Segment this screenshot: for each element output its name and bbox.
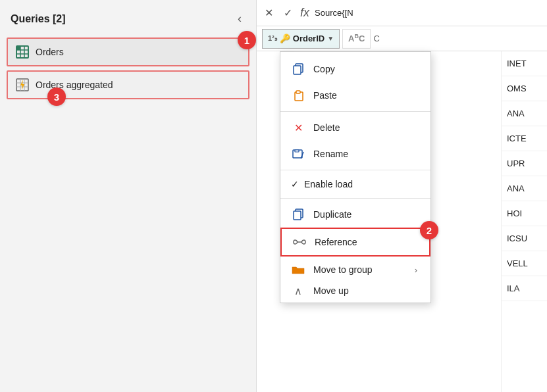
fx-label: fx [300, 6, 309, 20]
folder-icon [291, 262, 305, 277]
paste-icon [291, 88, 305, 103]
move-up-label: Move up [313, 285, 349, 296]
menu-item-delete[interactable]: ✕ Delete [280, 114, 430, 141]
context-menu: Copy Paste ✕ Delete [280, 51, 431, 303]
data-cell-4: UPR [502, 151, 547, 176]
submenu-arrow: › [415, 265, 417, 275]
data-cell-9: ILA [502, 276, 547, 301]
separator-3 [280, 198, 430, 199]
svg-rect-13 [294, 66, 301, 74]
duplicate-label: Duplicate [313, 209, 352, 220]
move-to-group-label: Move to group [313, 264, 373, 275]
menu-item-copy[interactable]: Copy [280, 56, 430, 82]
col-name: OrderID [293, 34, 325, 43]
query-label-orders-agg: Orders aggregated [36, 80, 113, 90]
cancel-formula-button[interactable]: ✕ [262, 5, 276, 20]
column-header-bar: 1²₃ 🔑 OrderID ▼ ABC C [257, 26, 547, 51]
badge-2: 2 [420, 221, 438, 239]
rename-icon [291, 147, 305, 161]
data-column: INET OMS ANA ICTE UPR ANA HOI ICSU VELL … [501, 51, 547, 392]
query-label-orders: Orders [36, 47, 64, 57]
data-cell-2: ANA [502, 101, 547, 126]
separator-2 [280, 170, 430, 170]
data-cell-7: ICSU [502, 226, 547, 251]
badge-1: 1 [238, 31, 256, 49]
data-cell-3: ICTE [502, 126, 547, 151]
query-item-orders[interactable]: 1 Orders [7, 37, 249, 66]
collapse-button[interactable]: ‹ [234, 11, 246, 27]
queries-title: Queries [2] [11, 13, 66, 25]
separator-1 [280, 111, 430, 112]
column-header-abc[interactable]: ABC [342, 29, 371, 49]
orders-agg-table-icon [14, 77, 30, 93]
copy-icon [291, 62, 305, 76]
delete-label: Delete [313, 122, 340, 133]
reference-icon [292, 235, 307, 249]
menu-item-paste[interactable]: Paste [280, 82, 430, 109]
menu-item-move-to-group[interactable]: Move to group › [280, 257, 430, 283]
confirm-formula-button[interactable]: ✓ [281, 5, 295, 20]
delete-icon: ✕ [291, 120, 305, 135]
rename-label: Rename [313, 149, 348, 159]
menu-item-rename[interactable]: Rename [280, 141, 430, 167]
orders-table-icon [14, 44, 30, 60]
duplicate-icon [291, 207, 305, 222]
col-abc-label: ABC [348, 33, 365, 43]
reference-label: Reference [315, 237, 357, 247]
formula-input[interactable] [315, 8, 542, 18]
paste-label: Paste [313, 90, 337, 101]
menu-item-move-up[interactable]: ∧ Move up [280, 283, 430, 299]
svg-rect-20 [294, 211, 301, 220]
data-cell-8: VELL [502, 251, 547, 276]
query-item-orders-aggregated[interactable]: 3 Orders aggregated [7, 70, 249, 99]
svg-rect-15 [296, 91, 300, 93]
badge-3: 3 [47, 87, 66, 106]
left-panel: Queries [2] ‹ 1 Orders [0, 0, 257, 392]
col-type-icon: 1²₃ [268, 34, 277, 43]
data-cell-0: INET [502, 51, 547, 76]
data-cell-5: ANA [502, 176, 547, 201]
menu-item-enable-load[interactable]: ✓ Enable load [280, 173, 430, 195]
queries-header: Queries [2] ‹ [0, 0, 256, 35]
right-panel: ✕ ✓ fx 1²₃ 🔑 OrderID ▼ ABC C INET OMS AN… [257, 0, 547, 392]
col-key-icon: 🔑 [280, 34, 290, 43]
menu-item-duplicate[interactable]: Duplicate [280, 201, 430, 228]
enable-load-label: Enable load [304, 179, 353, 189]
checkmark-icon: ✓ [291, 179, 299, 189]
move-up-icon: ∧ [291, 283, 305, 298]
column-header-orderid[interactable]: 1²₃ 🔑 OrderID ▼ [262, 29, 340, 49]
svg-rect-5 [16, 46, 20, 50]
svg-rect-17 [295, 150, 299, 152]
menu-item-reference[interactable]: 2 Reference [280, 228, 430, 257]
copy-label: Copy [313, 64, 335, 74]
data-cell-1: OMS [502, 76, 547, 101]
col-dropdown-icon[interactable]: ▼ [327, 35, 334, 42]
data-cell-6: HOI [502, 201, 547, 226]
formula-bar: ✕ ✓ fx [257, 0, 547, 26]
partial-column-text: C [373, 34, 379, 43]
svg-marker-11 [20, 80, 24, 90]
query-list: 1 Orders 3 [0, 35, 256, 102]
